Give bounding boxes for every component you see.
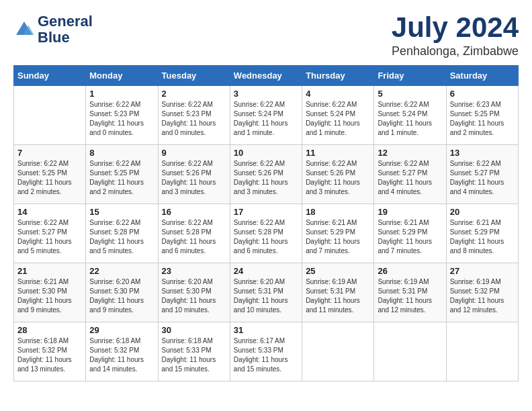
calendar-cell — [374, 322, 446, 381]
header-saturday: Saturday — [446, 66, 518, 86]
day-number: 24 — [234, 266, 298, 276]
cell-info: Sunrise: 6:17 AMSunset: 5:33 PMDaylight:… — [234, 336, 298, 374]
calendar-cell: 16Sunrise: 6:22 AMSunset: 5:28 PMDayligh… — [158, 204, 230, 263]
header-monday: Monday — [86, 66, 158, 86]
cell-info: Sunrise: 6:20 AMSunset: 5:31 PMDaylight:… — [234, 277, 298, 315]
calendar-cell — [302, 322, 374, 381]
cell-info: Sunrise: 6:21 AMSunset: 5:29 PMDaylight:… — [450, 218, 515, 256]
calendar-cell: 15Sunrise: 6:22 AMSunset: 5:28 PMDayligh… — [86, 204, 158, 263]
cell-info: Sunrise: 6:23 AMSunset: 5:25 PMDaylight:… — [450, 100, 515, 138]
cell-info: Sunrise: 6:22 AMSunset: 5:25 PMDaylight:… — [89, 159, 154, 197]
day-number: 1 — [89, 89, 154, 99]
location: Penhalonga, Zimbabwe — [392, 44, 519, 58]
cell-info: Sunrise: 6:19 AMSunset: 5:31 PMDaylight:… — [378, 277, 442, 315]
calendar-cell: 27Sunrise: 6:19 AMSunset: 5:32 PMDayligh… — [446, 263, 518, 322]
day-number: 16 — [162, 207, 226, 217]
calendar-cell: 11Sunrise: 6:22 AMSunset: 5:26 PMDayligh… — [302, 145, 374, 204]
calendar-cell: 6Sunrise: 6:23 AMSunset: 5:25 PMDaylight… — [446, 86, 518, 145]
day-number: 10 — [234, 148, 298, 158]
calendar-cell: 3Sunrise: 6:22 AMSunset: 5:24 PMDaylight… — [230, 86, 302, 145]
week-row-3: 14Sunrise: 6:22 AMSunset: 5:27 PMDayligh… — [14, 204, 519, 263]
cell-info: Sunrise: 6:22 AMSunset: 5:25 PMDaylight:… — [17, 159, 82, 197]
day-number: 4 — [306, 89, 370, 99]
day-number: 17 — [234, 207, 298, 217]
cell-info: Sunrise: 6:22 AMSunset: 5:28 PMDaylight:… — [162, 218, 226, 256]
week-row-1: 1Sunrise: 6:22 AMSunset: 5:23 PMDaylight… — [14, 86, 519, 145]
calendar-cell: 2Sunrise: 6:22 AMSunset: 5:23 PMDaylight… — [158, 86, 230, 145]
calendar-cell: 8Sunrise: 6:22 AMSunset: 5:25 PMDaylight… — [86, 145, 158, 204]
calendar-cell: 17Sunrise: 6:22 AMSunset: 5:28 PMDayligh… — [230, 204, 302, 263]
calendar-cell: 19Sunrise: 6:21 AMSunset: 5:29 PMDayligh… — [374, 204, 446, 263]
logo-text: General Blue — [38, 13, 93, 46]
logo-icon — [13, 19, 35, 40]
cell-info: Sunrise: 6:22 AMSunset: 5:27 PMDaylight:… — [450, 159, 515, 197]
cell-info: Sunrise: 6:19 AMSunset: 5:32 PMDaylight:… — [450, 277, 515, 315]
week-row-2: 7Sunrise: 6:22 AMSunset: 5:25 PMDaylight… — [14, 145, 519, 204]
calendar-cell: 21Sunrise: 6:21 AMSunset: 5:30 PMDayligh… — [14, 263, 86, 322]
day-number: 14 — [17, 207, 82, 217]
cell-info: Sunrise: 6:22 AMSunset: 5:24 PMDaylight:… — [378, 100, 442, 138]
calendar-cell: 26Sunrise: 6:19 AMSunset: 5:31 PMDayligh… — [374, 263, 446, 322]
day-number: 30 — [162, 325, 226, 335]
cell-info: Sunrise: 6:18 AMSunset: 5:32 PMDaylight:… — [17, 336, 82, 374]
day-number: 27 — [450, 266, 515, 276]
day-number: 28 — [17, 325, 82, 335]
cell-info: Sunrise: 6:22 AMSunset: 5:24 PMDaylight:… — [306, 100, 370, 138]
calendar-cell: 7Sunrise: 6:22 AMSunset: 5:25 PMDaylight… — [14, 145, 86, 204]
cell-info: Sunrise: 6:20 AMSunset: 5:30 PMDaylight:… — [89, 277, 154, 315]
title-block: July 2024 Penhalonga, Zimbabwe — [392, 13, 519, 58]
cell-info: Sunrise: 6:21 AMSunset: 5:29 PMDaylight:… — [306, 218, 370, 256]
day-number: 12 — [378, 148, 442, 158]
day-number: 7 — [17, 148, 82, 158]
cell-info: Sunrise: 6:18 AMSunset: 5:33 PMDaylight:… — [162, 336, 226, 374]
calendar-cell: 29Sunrise: 6:18 AMSunset: 5:32 PMDayligh… — [86, 322, 158, 381]
day-number: 20 — [450, 207, 515, 217]
week-row-5: 28Sunrise: 6:18 AMSunset: 5:32 PMDayligh… — [14, 322, 519, 381]
calendar-cell: 23Sunrise: 6:20 AMSunset: 5:30 PMDayligh… — [158, 263, 230, 322]
calendar-cell: 1Sunrise: 6:22 AMSunset: 5:23 PMDaylight… — [86, 86, 158, 145]
month-title: July 2024 — [392, 13, 519, 42]
day-number: 31 — [234, 325, 298, 335]
day-number: 18 — [306, 207, 370, 217]
calendar-cell — [446, 322, 518, 381]
day-number: 13 — [450, 148, 515, 158]
day-number: 9 — [162, 148, 226, 158]
cell-info: Sunrise: 6:22 AMSunset: 5:28 PMDaylight:… — [234, 218, 298, 256]
cell-info: Sunrise: 6:22 AMSunset: 5:27 PMDaylight:… — [17, 218, 82, 256]
cell-info: Sunrise: 6:22 AMSunset: 5:26 PMDaylight:… — [162, 159, 226, 197]
cell-info: Sunrise: 6:18 AMSunset: 5:32 PMDaylight:… — [89, 336, 154, 374]
calendar-cell: 4Sunrise: 6:22 AMSunset: 5:24 PMDaylight… — [302, 86, 374, 145]
calendar-cell: 28Sunrise: 6:18 AMSunset: 5:32 PMDayligh… — [14, 322, 86, 381]
header-sunday: Sunday — [14, 66, 86, 86]
day-number: 3 — [234, 89, 298, 99]
calendar-cell: 31Sunrise: 6:17 AMSunset: 5:33 PMDayligh… — [230, 322, 302, 381]
day-number: 5 — [378, 89, 442, 99]
week-row-4: 21Sunrise: 6:21 AMSunset: 5:30 PMDayligh… — [14, 263, 519, 322]
calendar-cell — [14, 86, 86, 145]
day-number: 25 — [306, 266, 370, 276]
day-number: 2 — [162, 89, 226, 99]
day-number: 23 — [162, 266, 226, 276]
header-wednesday: Wednesday — [230, 66, 302, 86]
calendar-cell: 13Sunrise: 6:22 AMSunset: 5:27 PMDayligh… — [446, 145, 518, 204]
calendar-cell: 5Sunrise: 6:22 AMSunset: 5:24 PMDaylight… — [374, 86, 446, 145]
day-number: 15 — [89, 207, 154, 217]
page-header: General Blue July 2024 Penhalonga, Zimba… — [13, 13, 519, 58]
cell-info: Sunrise: 6:22 AMSunset: 5:28 PMDaylight:… — [89, 218, 154, 256]
cell-info: Sunrise: 6:22 AMSunset: 5:23 PMDaylight:… — [162, 100, 226, 138]
header-friday: Friday — [374, 66, 446, 86]
cell-info: Sunrise: 6:22 AMSunset: 5:23 PMDaylight:… — [89, 100, 154, 138]
header-tuesday: Tuesday — [158, 66, 230, 86]
calendar-cell: 25Sunrise: 6:19 AMSunset: 5:31 PMDayligh… — [302, 263, 374, 322]
cell-info: Sunrise: 6:21 AMSunset: 5:29 PMDaylight:… — [378, 218, 442, 256]
cell-info: Sunrise: 6:22 AMSunset: 5:26 PMDaylight:… — [234, 159, 298, 197]
day-number: 19 — [378, 207, 442, 217]
calendar-cell: 12Sunrise: 6:22 AMSunset: 5:27 PMDayligh… — [374, 145, 446, 204]
calendar-cell: 14Sunrise: 6:22 AMSunset: 5:27 PMDayligh… — [14, 204, 86, 263]
day-number: 22 — [89, 266, 154, 276]
calendar-table: SundayMondayTuesdayWednesdayThursdayFrid… — [13, 65, 519, 381]
cell-info: Sunrise: 6:20 AMSunset: 5:30 PMDaylight:… — [162, 277, 226, 315]
calendar-cell: 30Sunrise: 6:18 AMSunset: 5:33 PMDayligh… — [158, 322, 230, 381]
calendar-cell: 24Sunrise: 6:20 AMSunset: 5:31 PMDayligh… — [230, 263, 302, 322]
header-thursday: Thursday — [302, 66, 374, 86]
